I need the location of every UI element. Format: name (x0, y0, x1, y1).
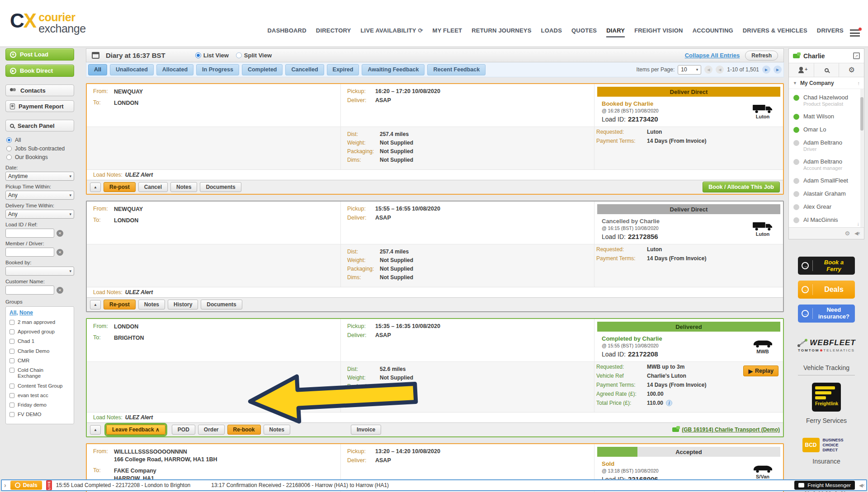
card-action-button[interactable]: Re-post (104, 300, 136, 309)
diary-tab[interactable]: Completed (242, 64, 283, 75)
card-action-button[interactable]: Re-book (227, 425, 261, 435)
field-select[interactable]: Anytime▾ (5, 172, 74, 181)
group-checkbox[interactable]: FV DEMO (9, 412, 70, 417)
card-action-button[interactable]: Invoice (351, 425, 381, 435)
nav-item[interactable]: QUOTES (571, 27, 597, 37)
card-action-button[interactable]: Re-post (104, 182, 136, 192)
radio-option[interactable]: Jobs Sub-contracted (6, 145, 74, 152)
view-option[interactable]: List View (195, 52, 229, 59)
search-contacts-button[interactable] (814, 63, 840, 77)
diary-tab[interactable]: Unallocated (110, 64, 154, 75)
group-checkbox[interactable]: Approved group (9, 329, 70, 335)
field-text-input[interactable] (5, 286, 54, 295)
card-action-button[interactable]: Order (198, 425, 225, 435)
mute-icon[interactable]: ◀× (854, 230, 859, 236)
nav-item[interactable]: MY FLEET (433, 27, 462, 37)
diary-tab[interactable]: In Progress (196, 64, 239, 75)
deals-ad[interactable]: →Deals (798, 281, 855, 299)
card-action-button[interactable]: Leave Feedback ∧ (106, 425, 165, 435)
clear-icon[interactable]: × (57, 287, 63, 294)
group-checkbox[interactable]: Charlie Demo (9, 348, 70, 354)
nav-item[interactable]: DASHBOARD (267, 27, 306, 37)
nav-item[interactable]: LOADS (541, 27, 562, 37)
freightlink-logo[interactable]: Freightlink (812, 383, 841, 412)
diary-tab[interactable]: Allocated (156, 64, 193, 75)
field-text-input[interactable] (5, 229, 54, 238)
clear-icon[interactable]: × (57, 249, 63, 256)
gear-icon[interactable]: ⚙ (844, 230, 850, 236)
next-page-button[interactable]: ▶ (762, 66, 770, 74)
collapse-card-button[interactable]: ▲ (90, 183, 101, 192)
book-allocate-button[interactable]: Book / Allocate This Job (703, 182, 780, 192)
group-checkbox[interactable]: Content Test Group (9, 383, 70, 389)
group-checkbox[interactable]: Cold Chain Exchange (9, 367, 70, 379)
contact-row[interactable]: Alastair Graham (789, 187, 864, 200)
groups-all-link[interactable]: All (9, 309, 16, 316)
contact-row[interactable]: Adam SmallFleet (789, 174, 864, 187)
collapse-all-link[interactable]: Collapse All Entries (685, 52, 740, 59)
card-action-button[interactable]: Cancel (138, 182, 168, 192)
clear-icon[interactable]: × (57, 230, 63, 237)
search-panel-header[interactable]: Search Panel (5, 120, 74, 131)
payment-report-button[interactable]: Payment Report (5, 100, 74, 112)
scrollbar[interactable] (860, 89, 863, 227)
scroll-down-icon[interactable]: ↓ (857, 221, 860, 226)
card-action-button[interactable]: Documents (201, 300, 242, 309)
groups-none-link[interactable]: None (19, 309, 33, 316)
field-text-input[interactable] (5, 248, 54, 257)
deals-button[interactable]: →Deals (10, 481, 42, 490)
group-checkbox[interactable]: evan test acc (9, 393, 70, 398)
card-action-button[interactable]: Documents (200, 182, 241, 192)
collapse-card-button[interactable]: ▲ (90, 300, 101, 309)
menu-icon[interactable] (850, 29, 860, 37)
diary-tab[interactable]: Cancelled (285, 64, 324, 75)
collapse-card-button[interactable]: ▲ (90, 425, 101, 435)
popout-icon[interactable]: ↗ (853, 52, 860, 59)
diary-tab[interactable]: All (88, 64, 107, 75)
group-checkbox[interactable]: 2 man approved (9, 319, 70, 325)
contact-row[interactable]: Al MacGinnis (789, 213, 864, 226)
field-select[interactable]: Any▾ (5, 210, 74, 219)
nav-item[interactable]: FREIGHT VISION (634, 27, 683, 37)
group-checkbox[interactable]: Friday demo (9, 402, 70, 408)
contact-row[interactable]: Omar Lo (789, 123, 864, 136)
chevron-down-icon[interactable]: ▼ (793, 81, 797, 85)
diary-tab[interactable]: Awaiting Feedback (362, 64, 425, 75)
radio-option[interactable]: All (6, 137, 74, 143)
contacts-button[interactable]: Contacts (5, 84, 74, 96)
prev-page-button[interactable]: ◀ (716, 66, 724, 74)
nav-item[interactable]: ACCOUNTING (693, 27, 733, 37)
field-select[interactable]: Any▾ (5, 191, 74, 200)
nav-item[interactable]: DRIVERS (817, 27, 844, 37)
diary-tab[interactable]: Recent Feedback (427, 64, 486, 75)
nav-item[interactable]: DRIVERS & VEHICLES (743, 27, 807, 37)
card-action-button[interactable]: History (168, 300, 198, 309)
diary-tab[interactable]: Expired (327, 64, 359, 75)
messenger-settings-button[interactable]: ⚙ (839, 63, 864, 77)
member-link[interactable]: (GB 161914) Charlie Transport (Demo) (672, 426, 780, 433)
card-action-button[interactable]: Notes (264, 425, 290, 435)
card-action-button[interactable]: Notes (138, 300, 165, 309)
items-per-page-select[interactable]: 10▾ (678, 65, 701, 75)
contact-row[interactable]: Adam Beltrano Driver (789, 136, 864, 155)
nav-item[interactable]: DIARY (606, 27, 625, 37)
nav-item[interactable]: LIVE AVAILABILITY ⟳ (360, 27, 423, 37)
freight-messenger-button[interactable]: Freight Messenger (794, 481, 855, 490)
ticker-item[interactable]: 13:17 Confirmation Received - 22168006 -… (211, 482, 389, 488)
book-ferry-ad[interactable]: →Book a Ferry (798, 257, 855, 275)
webfleet-logo[interactable]: WEBFLEET TOMTOMTELEMATICS (797, 338, 856, 352)
last-page-button[interactable]: ▶ (774, 66, 782, 74)
mute-icon[interactable]: ◀× (859, 483, 864, 488)
scroll-up-icon[interactable]: ↑ (858, 80, 860, 86)
info-icon[interactable]: i (666, 400, 672, 406)
first-page-button[interactable]: ◀ (704, 66, 712, 74)
nav-item[interactable]: RETURN JOURNEYS (472, 27, 531, 37)
refresh-icon[interactable]: ⟳ (418, 27, 423, 34)
contact-row[interactable]: Alex Grear (789, 200, 864, 213)
group-checkbox[interactable]: CMR (9, 358, 70, 364)
add-contact-button[interactable] (789, 63, 814, 77)
card-action-button[interactable]: POD (172, 425, 195, 435)
view-option[interactable]: Split View (236, 52, 272, 59)
ticker-item[interactable]: 15:55 Load Completed - 22172208 - London… (56, 482, 191, 488)
field-select[interactable]: ▾ (5, 267, 74, 276)
